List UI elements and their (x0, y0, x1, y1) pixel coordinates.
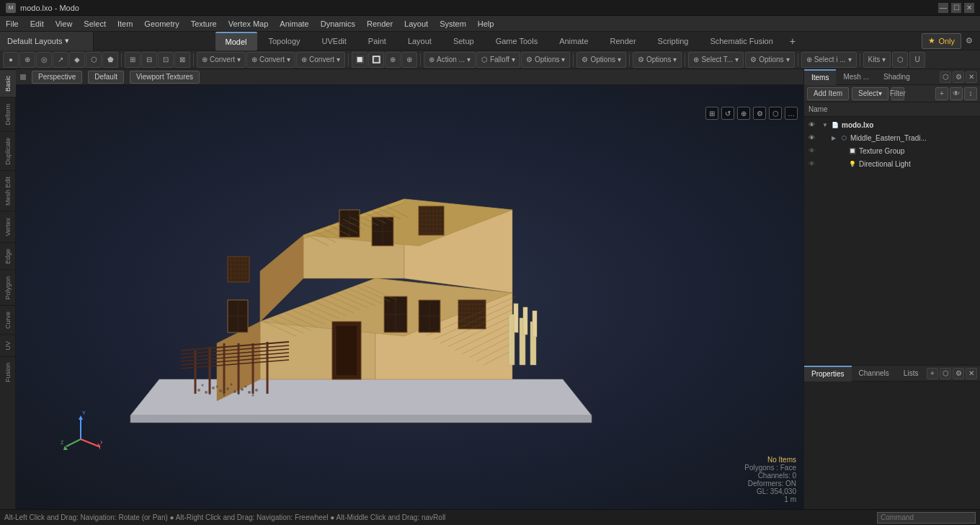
bottom-panel-expand[interactable]: ⬡ (940, 368, 951, 379)
menu-render[interactable]: Render (361, 16, 398, 32)
add-item-button[interactable]: Add Item (807, 87, 849, 100)
sidebar-tab-edge[interactable]: Edge (0, 242, 16, 270)
select-i-button[interactable]: ⊕ Select i ... ▾ (801, 52, 857, 68)
options-button-2[interactable]: ⚙ Options ▾ (576, 52, 625, 68)
tool-poly[interactable]: ⬟ (102, 52, 118, 68)
tab-render[interactable]: Render (600, 32, 646, 50)
view-options-button[interactable]: ⚙ (753, 107, 766, 120)
menu-texture[interactable]: Texture (185, 16, 223, 32)
tab-schematic-fusion[interactable]: Schematic Fusion (700, 32, 783, 50)
items-list[interactable]: 👁 ▼ 📄 modo.lxo 👁 ▶ ⬡ Middle_Eastern_Trad… (804, 117, 980, 365)
sidebar-tab-curve[interactable]: Curve (0, 305, 16, 335)
action-button[interactable]: ⊕ Action ... ▾ (424, 52, 476, 68)
menu-item[interactable]: Item (112, 16, 138, 32)
item-row-texture[interactable]: 👁 🔲 Texture Group (804, 144, 980, 157)
tab-topology[interactable]: Topology (259, 32, 311, 50)
unity-button[interactable]: U (909, 52, 925, 68)
convert-button-2[interactable]: ⊕ Convert ▾ (246, 52, 295, 68)
items-filter-button[interactable]: Filter (891, 87, 904, 100)
panel-ctrl-expand[interactable]: ⬡ (940, 71, 951, 83)
render-tool-2[interactable]: 🔳 (368, 52, 384, 68)
tab-mesh[interactable]: Mesh ... (836, 69, 876, 85)
eye-icon-3[interactable]: 👁 (807, 159, 816, 168)
menu-view[interactable]: View (50, 16, 79, 32)
menu-vertex-map[interactable]: Vertex Map (223, 16, 275, 32)
bottom-panel-add[interactable]: + (927, 368, 938, 379)
eye-icon-2[interactable]: 👁 (807, 146, 816, 155)
command-input[interactable] (877, 512, 976, 524)
fit-view-button[interactable]: ⊞ (705, 107, 718, 120)
expand-icon-1[interactable]: ▶ (830, 134, 837, 141)
select-tool-dot[interactable]: ● (3, 52, 19, 68)
convert-button-1[interactable]: ⊕ Convert ▾ (197, 52, 246, 68)
menu-edit[interactable]: Edit (24, 16, 50, 32)
tab-lists[interactable]: Lists (896, 366, 926, 381)
panel-ctrl-close[interactable]: ✕ (966, 71, 977, 83)
eye-icon-0[interactable]: 👁 (807, 120, 816, 129)
tab-model[interactable]: Model (215, 32, 257, 50)
kits-button[interactable]: Kits ▾ (863, 52, 891, 68)
falloff-button[interactable]: ⬡ Falloff ▾ (476, 52, 520, 68)
tab-setup[interactable]: Setup (443, 32, 484, 50)
bottom-panel-close[interactable]: ✕ (966, 368, 977, 379)
unreal-button[interactable]: ⬡ (892, 52, 908, 68)
sidebar-tab-duplicate[interactable]: Duplicate (0, 131, 16, 171)
items-select-button[interactable]: Select ▾ (852, 87, 888, 100)
tool-hex[interactable]: ⬡ (86, 52, 102, 68)
tab-uvedit[interactable]: UVEdit (312, 32, 357, 50)
tab-paint[interactable]: Paint (358, 32, 396, 50)
tab-scripting[interactable]: Scripting (648, 32, 699, 50)
sidebar-tab-uv[interactable]: UV (0, 335, 16, 356)
shader-button[interactable]: Default (88, 71, 124, 84)
camera-button[interactable]: Perspective (32, 71, 82, 84)
viewport-canvas[interactable]: ⊞ ↺ ⊕ ⚙ ⬡ … Y X Z (16, 85, 803, 509)
item-row-light[interactable]: 👁 💡 Directional Light (804, 157, 980, 170)
tab-game-tools[interactable]: Game Tools (486, 32, 548, 50)
display-mode-button[interactable]: Viewport Textures (130, 71, 200, 84)
maximize-view-button[interactable]: ⬡ (769, 107, 782, 120)
mesh-tool-4[interactable]: ⊠ (174, 52, 190, 68)
menu-system[interactable]: System (434, 16, 472, 32)
select-t-button[interactable]: ⊕ Select T... ▾ (688, 52, 744, 68)
menu-dynamics[interactable]: Dynamics (315, 16, 361, 32)
render-tool-4[interactable]: ⊕ (401, 52, 417, 68)
mesh-tool-2[interactable]: ⊟ (141, 52, 157, 68)
options-button-1[interactable]: ⚙ Options ▾ (521, 52, 570, 68)
menu-select[interactable]: Select (78, 16, 112, 32)
minimize-button[interactable]: — (938, 3, 948, 13)
options-button-4[interactable]: ⚙ Options ▾ (745, 52, 794, 68)
layout-settings-button[interactable]: ⚙ (961, 33, 977, 49)
tab-layout[interactable]: Layout (398, 32, 442, 50)
options-button-3[interactable]: ⚙ Options ▾ (633, 52, 682, 68)
sidebar-tab-vertex[interactable]: Vertex (0, 211, 16, 242)
eye-icon-1[interactable]: 👁 (807, 133, 816, 142)
zoom-view-button[interactable]: ⊕ (737, 107, 750, 120)
menu-geometry[interactable]: Geometry (138, 16, 184, 32)
layout-dropdown[interactable]: Default Layouts ▾ (0, 32, 94, 50)
sidebar-tab-fusion[interactable]: Fusion (0, 356, 16, 388)
tab-channels[interactable]: Channels (852, 366, 896, 381)
mesh-tool-1[interactable]: ⊞ (125, 52, 141, 68)
add-tab-button[interactable]: + (785, 33, 801, 49)
menu-animate[interactable]: Animate (274, 16, 314, 32)
menu-help[interactable]: Help (472, 16, 500, 32)
sidebar-tab-polygon[interactable]: Polygon (0, 270, 16, 306)
expand-icon-2[interactable] (839, 147, 846, 154)
mesh-tool-3[interactable]: ⊡ (158, 52, 174, 68)
items-collapse-icon[interactable]: ↕ (964, 87, 977, 100)
sidebar-tab-mesh-edit[interactable]: Mesh Edit (0, 170, 16, 211)
select-tool-arrow[interactable]: ↗ (53, 52, 68, 68)
item-row-mesh[interactable]: 👁 ▶ ⬡ Middle_Eastern_Tradi... (804, 131, 980, 144)
bottom-panel-settings[interactable]: ⚙ (953, 368, 964, 379)
tab-properties[interactable]: Properties (804, 366, 852, 381)
expand-icon-3[interactable] (839, 160, 846, 167)
items-add-icon[interactable]: + (935, 87, 948, 100)
close-button[interactable]: ✕ (964, 3, 974, 13)
expand-icon-0[interactable]: ▼ (821, 121, 829, 128)
tab-shading[interactable]: Shading (876, 69, 917, 85)
tab-items[interactable]: Items (804, 69, 836, 85)
sidebar-tab-deform[interactable]: Deform (0, 97, 16, 131)
item-row-modolxo[interactable]: 👁 ▼ 📄 modo.lxo (804, 118, 980, 131)
only-button[interactable]: ★ Only (922, 33, 961, 49)
tab-animate[interactable]: Animate (549, 32, 598, 50)
